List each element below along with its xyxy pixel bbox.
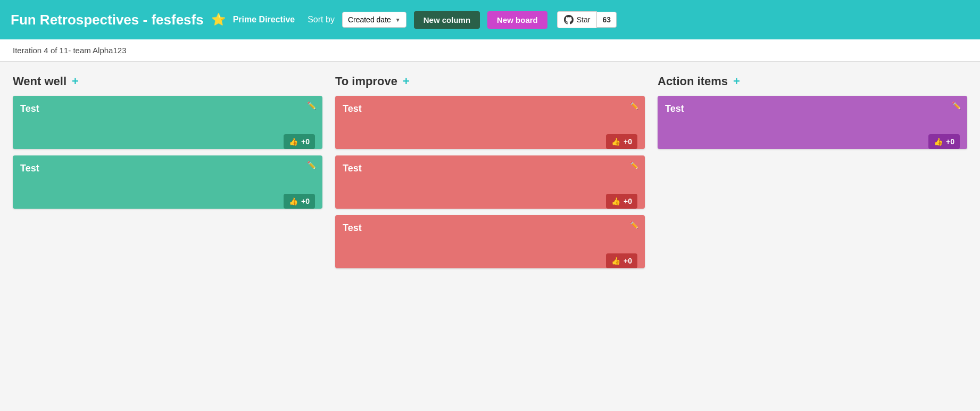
column-add-button-went-well[interactable]: + bbox=[72, 76, 79, 87]
app-title: Fun Retrospectives - fesfesfs bbox=[11, 12, 204, 28]
thumbs-up-icon: 👍 bbox=[289, 137, 298, 146]
vote-button[interactable]: 👍+0 bbox=[284, 194, 315, 209]
github-star-button[interactable]: Star bbox=[557, 11, 597, 28]
github-icon bbox=[564, 15, 574, 24]
vote-count: +0 bbox=[624, 257, 632, 265]
thumbs-up-icon: 👍 bbox=[611, 137, 620, 146]
column-header-action-items: Action items+ bbox=[658, 75, 967, 88]
vote-count: +0 bbox=[624, 197, 632, 206]
card-card-3: Test✏️👍+0 bbox=[335, 96, 645, 149]
star-icon: ⭐ bbox=[211, 13, 226, 27]
app-header: Fun Retrospectives - fesfesfs ⭐ Prime Di… bbox=[0, 0, 980, 39]
new-column-button[interactable]: New column bbox=[414, 11, 480, 29]
card-card-5: Test✏️👍+0 bbox=[335, 215, 645, 268]
card-card-4: Test✏️👍+0 bbox=[335, 155, 645, 209]
card-text: Test bbox=[20, 163, 315, 174]
thumbs-up-icon: 👍 bbox=[934, 137, 943, 146]
column-title-went-well: Went well bbox=[13, 75, 67, 88]
vote-count: +0 bbox=[624, 137, 632, 146]
github-star-widget: Star 63 bbox=[557, 11, 617, 28]
vote-button[interactable]: 👍+0 bbox=[284, 134, 315, 149]
vote-button[interactable]: 👍+0 bbox=[606, 134, 637, 149]
column-add-button-to-improve[interactable]: + bbox=[403, 76, 410, 87]
edit-icon[interactable]: ✏️ bbox=[629, 101, 638, 110]
sort-by-label: Sort by bbox=[308, 15, 335, 24]
vote-button[interactable]: 👍+0 bbox=[606, 253, 637, 268]
card-card-6: Test✏️👍+0 bbox=[658, 96, 967, 149]
column-title-to-improve: To improve bbox=[335, 75, 397, 88]
column-action-items: Action items+Test✏️👍+0 bbox=[658, 75, 967, 155]
github-star-label: Star bbox=[577, 15, 591, 24]
vote-count: +0 bbox=[301, 197, 310, 206]
thumbs-up-icon: 👍 bbox=[611, 257, 620, 265]
vote-count: +0 bbox=[301, 137, 310, 146]
thumbs-up-icon: 👍 bbox=[289, 197, 298, 206]
edit-icon[interactable]: ✏️ bbox=[307, 101, 316, 110]
card-text: Test bbox=[665, 103, 960, 114]
column-header-went-well: Went well+ bbox=[13, 75, 322, 88]
edit-icon[interactable]: ✏️ bbox=[629, 220, 638, 229]
vote-button[interactable]: 👍+0 bbox=[928, 134, 960, 149]
thumbs-up-icon: 👍 bbox=[611, 197, 620, 206]
column-went-well: Went well+Test✏️👍+0Test✏️👍+0 bbox=[13, 75, 322, 215]
vote-button[interactable]: 👍+0 bbox=[606, 194, 637, 209]
edit-icon[interactable]: ✏️ bbox=[629, 161, 638, 169]
chevron-down-icon: ▼ bbox=[395, 17, 401, 23]
card-text: Test bbox=[343, 223, 637, 234]
subheader: Iteration 4 of 11- team Alpha123 bbox=[0, 39, 980, 62]
vote-count: +0 bbox=[946, 137, 954, 146]
column-header-to-improve: To improve+ bbox=[335, 75, 645, 88]
new-board-button[interactable]: New board bbox=[487, 11, 547, 29]
sort-value: Created date bbox=[348, 15, 391, 24]
card-text: Test bbox=[343, 163, 637, 174]
edit-icon[interactable]: ✏️ bbox=[307, 161, 316, 169]
card-text: Test bbox=[20, 103, 315, 114]
card-card-2: Test✏️👍+0 bbox=[13, 155, 322, 209]
github-star-count: 63 bbox=[597, 12, 617, 28]
sort-dropdown[interactable]: Created date ▼ bbox=[342, 12, 406, 28]
card-text: Test bbox=[343, 103, 637, 114]
card-card-1: Test✏️👍+0 bbox=[13, 96, 322, 149]
column-add-button-action-items[interactable]: + bbox=[733, 76, 740, 87]
prime-directive-label: Prime Directive bbox=[233, 15, 295, 24]
board: Went well+Test✏️👍+0Test✏️👍+0To improve+T… bbox=[0, 62, 980, 287]
column-to-improve: To improve+Test✏️👍+0Test✏️👍+0Test✏️👍+0 bbox=[335, 75, 645, 275]
edit-icon[interactable]: ✏️ bbox=[952, 101, 961, 110]
iteration-text: Iteration 4 of 11- team Alpha123 bbox=[13, 46, 126, 55]
column-title-action-items: Action items bbox=[658, 75, 728, 88]
